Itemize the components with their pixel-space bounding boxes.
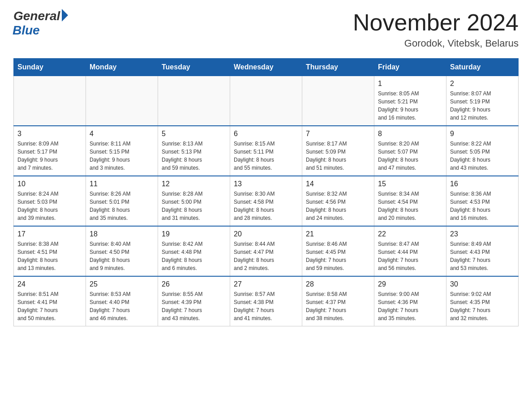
calendar-cell: 15Sunrise: 8:34 AMSunset: 4:54 PMDayligh… [374,176,446,226]
day-number: 27 [234,280,298,288]
calendar-cell [230,76,302,126]
day-info: Sunrise: 8:05 AMSunset: 5:21 PMDaylight:… [378,90,442,122]
day-number: 11 [90,180,154,188]
calendar-week-2: 3Sunrise: 8:09 AMSunset: 5:17 PMDaylight… [14,126,519,176]
day-info: Sunrise: 8:55 AMSunset: 4:39 PMDaylight:… [162,290,226,322]
day-info: Sunrise: 8:44 AMSunset: 4:47 PMDaylight:… [234,240,298,272]
day-number: 24 [17,280,82,288]
day-number: 9 [450,130,515,138]
calendar-header-row: SundayMondayTuesdayWednesdayThursdayFrid… [14,59,519,76]
calendar-week-1: 1Sunrise: 8:05 AMSunset: 5:21 PMDaylight… [14,76,519,126]
day-info: Sunrise: 8:38 AMSunset: 4:51 PMDaylight:… [17,240,82,272]
calendar-cell: 2Sunrise: 8:07 AMSunset: 5:19 PMDaylight… [446,76,519,126]
day-info: Sunrise: 8:47 AMSunset: 4:44 PMDaylight:… [378,240,442,272]
day-number: 3 [17,130,82,138]
day-info: Sunrise: 8:32 AMSunset: 4:56 PMDaylight:… [306,190,370,222]
day-info: Sunrise: 8:36 AMSunset: 4:53 PMDaylight:… [450,190,515,222]
calendar-header-wednesday: Wednesday [230,59,302,76]
day-number: 23 [450,230,515,238]
calendar-cell: 4Sunrise: 8:11 AMSunset: 5:15 PMDaylight… [86,126,158,176]
title-area: November 2024 Gorodok, Vitebsk, Belarus [353,9,519,49]
calendar-cell [302,76,374,126]
calendar-header-thursday: Thursday [302,59,374,76]
day-number: 17 [17,230,82,238]
calendar-cell: 10Sunrise: 8:24 AMSunset: 5:03 PMDayligh… [14,176,86,226]
day-info: Sunrise: 8:46 AMSunset: 4:45 PMDaylight:… [306,240,370,272]
day-number: 20 [234,230,298,238]
day-number: 15 [378,180,442,188]
calendar-cell [14,76,86,126]
calendar-cell: 21Sunrise: 8:46 AMSunset: 4:45 PMDayligh… [302,226,374,276]
day-info: Sunrise: 8:26 AMSunset: 5:01 PMDaylight:… [90,190,154,222]
day-info: Sunrise: 8:13 AMSunset: 5:13 PMDaylight:… [162,140,226,172]
day-number: 5 [162,130,226,138]
day-number: 4 [90,130,154,138]
location: Gorodok, Vitebsk, Belarus [353,38,519,49]
calendar-header-sunday: Sunday [14,59,86,76]
calendar-cell: 16Sunrise: 8:36 AMSunset: 4:53 PMDayligh… [446,176,519,226]
calendar-cell: 25Sunrise: 8:53 AMSunset: 4:40 PMDayligh… [86,276,158,326]
calendar-cell: 19Sunrise: 8:42 AMSunset: 4:48 PMDayligh… [158,226,230,276]
day-info: Sunrise: 8:17 AMSunset: 5:09 PMDaylight:… [306,140,370,172]
calendar-cell: 14Sunrise: 8:32 AMSunset: 4:56 PMDayligh… [302,176,374,226]
calendar-cell: 24Sunrise: 8:51 AMSunset: 4:41 PMDayligh… [14,276,86,326]
calendar-header-friday: Friday [374,59,446,76]
calendar-cell: 9Sunrise: 8:22 AMSunset: 5:05 PMDaylight… [446,126,519,176]
calendar-cell: 20Sunrise: 8:44 AMSunset: 4:47 PMDayligh… [230,226,302,276]
calendar-cell: 28Sunrise: 8:58 AMSunset: 4:37 PMDayligh… [302,276,374,326]
day-info: Sunrise: 8:58 AMSunset: 4:37 PMDaylight:… [306,290,370,322]
day-info: Sunrise: 8:22 AMSunset: 5:05 PMDaylight:… [450,140,515,172]
calendar-table: SundayMondayTuesdayWednesdayThursdayFrid… [13,58,519,326]
day-info: Sunrise: 8:11 AMSunset: 5:15 PMDaylight:… [90,140,154,172]
day-info: Sunrise: 8:28 AMSunset: 5:00 PMDaylight:… [162,190,226,222]
day-info: Sunrise: 8:20 AMSunset: 5:07 PMDaylight:… [378,140,442,172]
day-number: 14 [306,180,370,188]
day-number: 2 [450,80,515,88]
logo-blue-text: Blue [13,23,40,38]
calendar-header-monday: Monday [86,59,158,76]
day-number: 6 [234,130,298,138]
day-number: 13 [234,180,298,188]
day-number: 22 [378,230,442,238]
day-info: Sunrise: 8:57 AMSunset: 4:38 PMDaylight:… [234,290,298,322]
day-number: 12 [162,180,226,188]
calendar-header-saturday: Saturday [446,59,519,76]
calendar-cell: 11Sunrise: 8:26 AMSunset: 5:01 PMDayligh… [86,176,158,226]
calendar-cell: 17Sunrise: 8:38 AMSunset: 4:51 PMDayligh… [14,226,86,276]
day-number: 7 [306,130,370,138]
day-number: 19 [162,230,226,238]
month-title: November 2024 [353,9,519,36]
day-info: Sunrise: 8:40 AMSunset: 4:50 PMDaylight:… [90,240,154,272]
day-number: 10 [17,180,82,188]
calendar-cell: 23Sunrise: 8:49 AMSunset: 4:43 PMDayligh… [446,226,519,276]
calendar-cell: 30Sunrise: 9:02 AMSunset: 4:35 PMDayligh… [446,276,519,326]
calendar-cell: 26Sunrise: 8:55 AMSunset: 4:39 PMDayligh… [158,276,230,326]
day-info: Sunrise: 8:42 AMSunset: 4:48 PMDaylight:… [162,240,226,272]
day-info: Sunrise: 9:02 AMSunset: 4:35 PMDaylight:… [450,290,515,322]
logo-triangle-icon [62,9,68,21]
calendar-cell: 8Sunrise: 8:20 AMSunset: 5:07 PMDaylight… [374,126,446,176]
logo-general-text: General [13,9,60,23]
calendar-cell: 1Sunrise: 8:05 AMSunset: 5:21 PMDaylight… [374,76,446,126]
day-info: Sunrise: 8:53 AMSunset: 4:40 PMDaylight:… [90,290,154,322]
calendar-week-3: 10Sunrise: 8:24 AMSunset: 5:03 PMDayligh… [14,176,519,226]
day-info: Sunrise: 8:09 AMSunset: 5:17 PMDaylight:… [17,140,82,172]
day-number: 21 [306,230,370,238]
day-number: 1 [378,80,442,88]
day-info: Sunrise: 8:15 AMSunset: 5:11 PMDaylight:… [234,140,298,172]
day-number: 8 [378,130,442,138]
day-number: 25 [90,280,154,288]
day-number: 29 [378,280,442,288]
day-info: Sunrise: 8:51 AMSunset: 4:41 PMDaylight:… [17,290,82,322]
calendar-cell [86,76,158,126]
day-number: 18 [90,230,154,238]
calendar-week-4: 17Sunrise: 8:38 AMSunset: 4:51 PMDayligh… [14,226,519,276]
calendar-cell: 7Sunrise: 8:17 AMSunset: 5:09 PMDaylight… [302,126,374,176]
page-header: General Blue November 2024 Gorodok, Vite… [13,9,519,49]
calendar-cell: 18Sunrise: 8:40 AMSunset: 4:50 PMDayligh… [86,226,158,276]
day-info: Sunrise: 8:34 AMSunset: 4:54 PMDaylight:… [378,190,442,222]
calendar-cell: 12Sunrise: 8:28 AMSunset: 5:00 PMDayligh… [158,176,230,226]
calendar-cell: 5Sunrise: 8:13 AMSunset: 5:13 PMDaylight… [158,126,230,176]
logo: General Blue [13,9,68,38]
calendar-header-tuesday: Tuesday [158,59,230,76]
